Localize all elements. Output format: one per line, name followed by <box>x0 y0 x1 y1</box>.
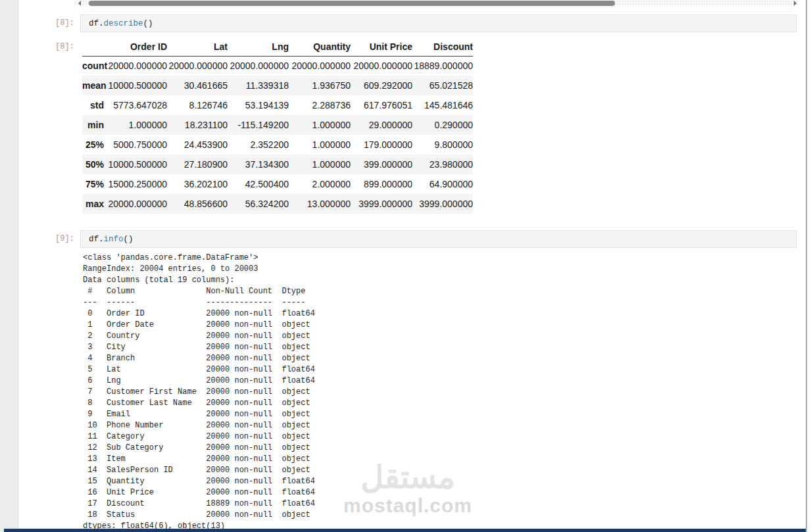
table-cell: 18889.000000 <box>412 56 473 76</box>
table-cell: 5773.647028 <box>104 95 167 115</box>
table-cell: 65.021528 <box>412 76 473 95</box>
table-cell: 20000.000000 <box>289 56 351 76</box>
table-cell: 3999.000000 <box>412 194 473 214</box>
table-row: 75%15000.25000036.20210042.5004002.00000… <box>82 174 473 194</box>
table-cell: 2.000000 <box>289 174 351 194</box>
table-cell: 23.980000 <box>412 155 473 174</box>
table-cell: 24.453900 <box>167 135 228 155</box>
column-header: Quantity <box>289 37 351 56</box>
table-row: count20000.00000020000.00000020000.00000… <box>82 56 473 76</box>
table-cell: 399.000000 <box>351 155 412 174</box>
table-cell: 64.900000 <box>412 174 473 194</box>
table-cell: 27.180900 <box>167 155 228 174</box>
table-cell: -115.149200 <box>228 115 289 135</box>
column-header: Unit Price <box>351 37 412 56</box>
table-cell: 42.500400 <box>228 174 289 194</box>
table-cell: 11.339318 <box>228 76 289 95</box>
code-token: df <box>89 235 99 244</box>
input-prompt-8: [8]: <box>55 18 74 28</box>
table-cell: 30.461665 <box>167 76 228 95</box>
column-header: Discount <box>412 37 473 56</box>
code-input-info[interactable]: df.info() <box>80 230 797 248</box>
scrollbar-right-arrow-icon[interactable] <box>794 1 797 6</box>
table-cell: 179.000000 <box>351 135 412 155</box>
notebook-page: [8]: df.describe() [8]: Order IDLatLngQu… <box>0 0 811 532</box>
table-cell: 15000.250000 <box>104 174 167 194</box>
table-cell: 29.000000 <box>351 115 412 135</box>
table-cell: 10000.500000 <box>104 155 167 174</box>
code-token: . <box>99 19 104 28</box>
output-prompt-8: [8]: <box>55 42 74 51</box>
info-output-text: <class 'pandas.core.frame.DataFrame'> Ra… <box>83 253 315 532</box>
row-label: max <box>82 194 104 214</box>
table-cell: 13.000000 <box>289 194 351 214</box>
table-cell: 899.000000 <box>351 174 412 194</box>
column-header: Lng <box>228 37 289 56</box>
table-cell: 9.800000 <box>412 135 473 155</box>
table-cell: 2.352200 <box>228 135 289 155</box>
row-label: min <box>82 115 104 135</box>
table-cell: 20000.000000 <box>228 56 289 76</box>
watermark: مستقل mostaql.com <box>329 460 487 517</box>
table-row: 25%5000.75000024.4539002.3522001.0000001… <box>82 135 473 155</box>
table-cell: 8.126746 <box>167 95 228 115</box>
table-cell: 145.481646 <box>412 95 473 115</box>
scrollbar-thumb[interactable] <box>89 1 615 6</box>
describe-output-area: Order IDLatLngQuantityUnit PriceDiscount… <box>82 37 473 214</box>
watermark-arabic-text: مستقل <box>329 460 487 495</box>
describe-table: Order IDLatLngQuantityUnit PriceDiscount… <box>82 37 473 214</box>
table-cell: 48.856600 <box>167 194 228 214</box>
scrollbar-left-arrow-icon[interactable] <box>78 1 81 6</box>
window-right-border <box>806 0 807 532</box>
table-row: max20000.00000048.85660056.32420013.0000… <box>82 194 473 214</box>
input-prompt-9: [9]: <box>55 234 74 243</box>
table-cell: 53.194139 <box>228 95 289 115</box>
table-cell: 1.000000 <box>289 135 351 155</box>
code-token: . <box>99 235 104 244</box>
table-cell: 20000.000000 <box>104 56 167 76</box>
left-gutter <box>0 0 18 532</box>
table-cell: 609.292000 <box>351 76 412 95</box>
table-cell: 3999.000000 <box>351 194 412 214</box>
table-header-row: Order IDLatLngQuantityUnit PriceDiscount <box>82 37 473 56</box>
row-label: 75% <box>82 174 104 194</box>
table-cell: 5000.750000 <box>104 135 167 155</box>
table-cell: 37.134300 <box>228 155 289 174</box>
code-token: info <box>104 235 124 244</box>
column-header <box>82 37 104 56</box>
column-header: Lat <box>167 37 228 56</box>
table-cell: 20000.000000 <box>351 56 412 76</box>
code-token: () <box>143 19 153 28</box>
table-cell: 617.976051 <box>351 95 412 115</box>
table-cell: 1.000000 <box>104 115 167 135</box>
table-cell: 20000.000000 <box>104 194 167 214</box>
table-cell: 36.202100 <box>167 174 228 194</box>
row-label: 50% <box>82 155 104 174</box>
table-cell: 56.324200 <box>228 194 289 214</box>
row-label: count <box>82 56 104 76</box>
table-row: std5773.6470288.12674653.1941392.2887366… <box>82 95 473 115</box>
code-token: () <box>124 235 134 244</box>
table-cell: 1.000000 <box>289 115 351 135</box>
column-header: Order ID <box>104 37 167 56</box>
table-row: mean10000.50000030.46166511.3393181.9367… <box>82 76 473 95</box>
code-token: describe <box>104 19 143 28</box>
table-cell: 1.000000 <box>289 155 351 174</box>
table-cell: 10000.500000 <box>104 76 167 95</box>
window-bottom-bar <box>4 529 806 532</box>
table-cell: 2.288736 <box>289 95 351 115</box>
row-label: std <box>82 95 104 115</box>
table-row: min1.00000018.231100-115.1492001.0000002… <box>82 115 473 135</box>
table-cell: 20000.000000 <box>167 56 228 76</box>
watermark-latin-text: mostaql.com <box>329 495 487 517</box>
table-cell: 18.231100 <box>167 115 228 135</box>
row-label: 25% <box>82 135 104 155</box>
table-cell: 0.290000 <box>412 115 473 135</box>
row-label: mean <box>82 76 104 95</box>
code-token: df <box>89 19 99 28</box>
table-row: 50%10000.50000027.18090037.1343001.00000… <box>82 155 473 174</box>
table-cell: 1.936750 <box>289 76 351 95</box>
code-input-describe[interactable]: df.describe() <box>80 14 797 32</box>
horizontal-scrollbar[interactable] <box>74 0 798 7</box>
